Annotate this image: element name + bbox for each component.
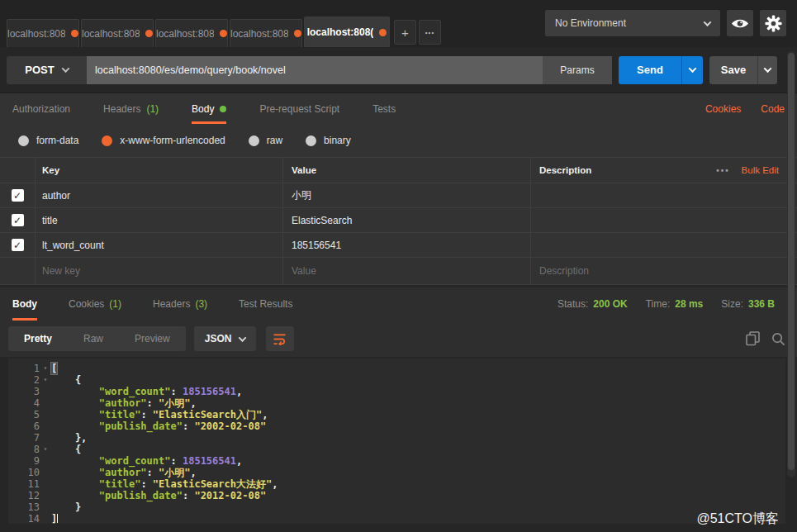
size-label: Size: [721, 298, 743, 310]
cookies-link[interactable]: Cookies [705, 103, 741, 115]
request-tab-5-active[interactable]: localhost:808( [304, 17, 390, 47]
request-tab-4[interactable]: localhost:808( [230, 19, 302, 47]
radio-raw[interactable]: raw [249, 135, 282, 146]
value-cell[interactable]: ElasticSearch [282, 208, 530, 232]
chevron-down-icon [689, 64, 697, 73]
tab-authorization[interactable]: Authorization [12, 93, 70, 124]
checkbox-checked[interactable] [12, 214, 24, 226]
description-cell[interactable] [530, 208, 797, 232]
new-value-input[interactable]: Value [282, 258, 530, 284]
app-header: localhost:808( localhost:808( localhost:… [0, 0, 797, 47]
value-cell[interactable]: 185156541 [282, 233, 530, 257]
send-button[interactable]: Send [619, 56, 681, 84]
pretty-view-button[interactable]: Pretty [8, 333, 68, 344]
unsaved-changes-dot-icon [379, 29, 387, 36]
request-tab-1[interactable]: localhost:808( [7, 19, 79, 47]
tab-body[interactable]: Body [192, 93, 226, 124]
line-number: 13 [8, 501, 40, 513]
watermark-text: @51CTO博客 [696, 511, 779, 528]
tab-headers[interactable]: Headers (1) [103, 93, 159, 124]
response-actions [746, 331, 785, 346]
line-number: 6 [8, 420, 40, 432]
code-line: 14] [8, 513, 785, 524]
tab-pre-request-script[interactable]: Pre-request Script [259, 93, 339, 124]
code-line: 11 "title": "ElasticSearch大法好", [8, 478, 785, 490]
radio-form-data[interactable]: form-data [18, 135, 78, 146]
select-all-column [0, 158, 35, 183]
page-scrollbar[interactable] [787, 51, 795, 477]
row-checkbox-cell [0, 208, 35, 232]
fold-spacer [40, 478, 51, 490]
description-cell[interactable] [530, 233, 797, 257]
environment-select[interactable]: No Environment [545, 10, 720, 36]
key-cell[interactable]: title [35, 208, 282, 232]
new-key-input[interactable]: New key [35, 258, 282, 284]
search-icon[interactable] [771, 332, 785, 346]
unsaved-changes-dot-icon [71, 30, 78, 37]
url-input[interactable]: localhost:8080/es/demo/query/book/novel [87, 56, 543, 84]
view-mode-segmented-control: Pretty Raw Preview [8, 326, 186, 351]
request-tab-2[interactable]: localhost:808( [81, 19, 154, 47]
save-options-button[interactable] [757, 56, 777, 84]
params-label: Params [560, 64, 594, 76]
fold-spacer [40, 467, 51, 478]
response-body-editor[interactable]: 1▾[2▾ {3 "word_count": 185156541,4 "auth… [8, 359, 785, 524]
request-tab-3[interactable]: localhost:808( [155, 19, 228, 47]
unsaved-changes-dot-icon [220, 30, 227, 37]
line-number: 10 [8, 467, 40, 478]
time-label: Time: [646, 298, 671, 310]
line-number: 12 [8, 490, 40, 501]
value-cell[interactable]: 小明 [282, 183, 530, 207]
fold-toggle-icon[interactable]: ▾ [40, 374, 51, 386]
response-tab-headers[interactable]: Headers (3) [153, 287, 207, 321]
fold-toggle-icon[interactable]: ▾ [40, 363, 51, 374]
code-text: "word_count": 185156541, [51, 455, 242, 467]
description-cell[interactable] [530, 183, 797, 207]
fold-spacer [40, 420, 51, 432]
fold-toggle-icon[interactable]: ▾ [40, 444, 51, 455]
column-options-icon[interactable]: ••• [705, 166, 742, 175]
new-description-input[interactable]: Description [530, 258, 797, 284]
tab-tests[interactable]: Tests [372, 93, 396, 124]
raw-view-button[interactable]: Raw [68, 333, 119, 344]
settings-button[interactable] [760, 10, 786, 36]
response-tab-test-results[interactable]: Test Results [239, 287, 292, 321]
preview-view-button[interactable]: Preview [119, 333, 186, 344]
code-text: { [51, 374, 81, 386]
response-status-info: Status: 200 OK Time: 28 ms Size: 336 B [557, 298, 785, 310]
url-group: localhost:8080/es/demo/query/book/novel … [87, 56, 612, 84]
save-button[interactable]: Save [709, 56, 757, 84]
code-text: "publish_date": "2002-02-08" [51, 420, 266, 432]
line-number: 2 [8, 374, 40, 386]
http-method-select[interactable]: POST [7, 56, 87, 84]
response-format-select[interactable]: JSON [194, 326, 257, 351]
wrap-text-button[interactable] [266, 326, 294, 351]
response-tab-body[interactable]: Body [12, 287, 37, 321]
environment-quick-look-button[interactable] [727, 10, 753, 36]
gear-icon [765, 15, 782, 32]
code-line: 12 "publish_date": "2012-02-08" [8, 490, 785, 501]
params-button[interactable]: Params [543, 56, 612, 84]
code-link[interactable]: Code [761, 103, 785, 115]
checkbox-checked[interactable] [12, 189, 24, 202]
word-wrap-icon [273, 333, 287, 345]
radio-binary[interactable]: binary [306, 135, 351, 146]
new-tab-button[interactable]: + [394, 20, 416, 45]
copy-icon[interactable] [746, 331, 760, 346]
tab-overflow-button[interactable]: ••• [419, 20, 441, 45]
key-cell[interactable]: author [35, 183, 282, 207]
tab-label: Tests [372, 103, 396, 115]
unsaved-changes-dot-icon [294, 30, 301, 37]
radio-label: binary [324, 135, 351, 146]
radio-x-www-form-urlencoded[interactable]: x-www-form-urlencoded [102, 135, 225, 146]
code-line: 2▾ { [8, 374, 785, 386]
tab-label: Headers [103, 103, 140, 115]
code-line: 13 } [8, 501, 785, 513]
key-cell[interactable]: lt_word_count [35, 233, 282, 257]
format-value: JSON [205, 333, 232, 344]
send-options-button[interactable] [681, 56, 703, 84]
response-tab-cookies[interactable]: Cookies (1) [69, 287, 121, 321]
checkbox-checked[interactable] [12, 239, 24, 251]
scrollbar-thumb[interactable] [788, 53, 795, 470]
request-url-bar: POST localhost:8080/es/demo/query/book/n… [0, 47, 797, 93]
